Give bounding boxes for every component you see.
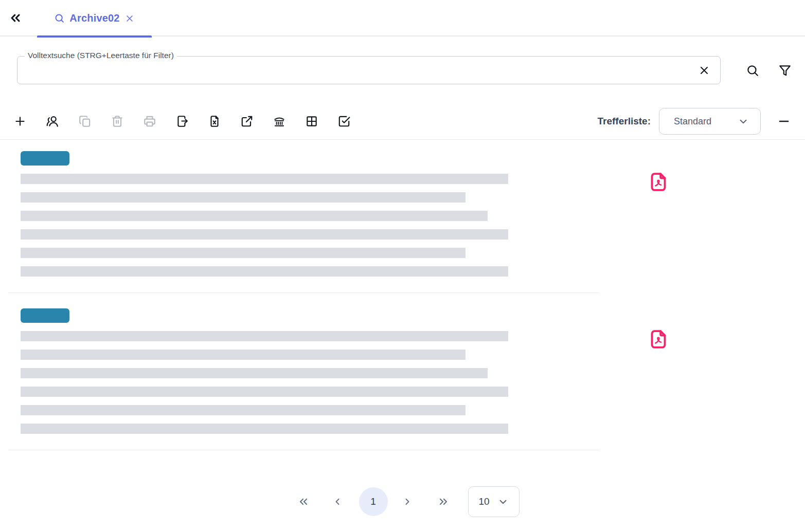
print-button [143,115,156,128]
close-icon [698,64,710,77]
share-users-button[interactable] [46,115,59,128]
search-submit-button[interactable] [746,64,759,77]
results-list [0,140,805,450]
filter-button[interactable] [778,64,792,77]
chevrons-left-icon [297,496,310,508]
page-size-value: 10 [478,496,489,507]
result-skeleton-bars [21,174,805,277]
search-section: Volltextsuche (STRG+Leertaste für Filter… [0,36,805,93]
file-x-icon [208,115,221,128]
chevron-down-icon [497,496,509,507]
hit-list-label: Trefferliste: [598,116,651,127]
toolbar-actions [13,115,351,128]
last-page-button[interactable] [437,496,450,508]
table-view-button[interactable] [305,115,318,128]
search-icon [746,64,759,77]
pagination: 1 10 [0,486,805,517]
minus-icon [777,115,791,128]
results-toolbar: Trefferliste: Standard [0,93,805,140]
chevron-down-icon [738,116,749,127]
export-file-button[interactable] [175,115,189,128]
search-icon [54,13,65,24]
trash-icon [111,115,124,128]
archive-button[interactable] [273,115,286,128]
skeleton-text-bar [21,350,466,360]
search-input[interactable] [25,61,688,79]
bank-icon [273,115,286,128]
skeleton-text-bar [21,368,488,378]
skeleton-text-bar [21,331,508,341]
skeleton-text-bar [21,211,488,221]
clear-search-button[interactable] [698,64,710,77]
chevron-left-icon [332,497,345,507]
check-square-icon [337,115,351,128]
skeleton-text-bar [21,424,508,434]
current-page-button[interactable]: 1 [359,487,388,516]
copy-icon [78,115,92,128]
printer-icon [143,115,156,128]
skeleton-text-bar [21,229,508,240]
users-icon [46,115,59,128]
tab-archive02[interactable]: Archive02 [37,0,152,36]
copy-button [78,115,92,128]
export-spreadsheet-button[interactable] [208,115,221,128]
chevrons-left-icon [8,11,23,25]
result-type-badge [21,151,69,166]
grid-icon [305,115,318,128]
tab-label: Archive02 [69,12,119,24]
open-in-new-button[interactable] [240,115,254,128]
pdf-file-icon[interactable] [648,172,669,192]
tab-close-icon[interactable] [124,13,135,24]
result-item[interactable] [0,293,805,450]
chevrons-right-icon [437,496,450,508]
skeleton-text-bar [21,266,508,277]
multi-select-button[interactable] [337,115,351,128]
external-link-icon [240,115,254,128]
result-item[interactable] [0,140,805,293]
delete-button [111,115,124,128]
first-page-button[interactable] [297,496,310,508]
hit-list-selected-value: Standard [659,116,738,127]
skeleton-text-bar [21,192,466,203]
skeleton-text-bar [21,387,508,397]
search-field-label: Volltextsuche (STRG+Leertaste für Filter… [25,51,177,60]
hit-list-select[interactable]: Standard [659,108,761,135]
file-export-icon [175,115,189,128]
result-type-badge [21,308,69,323]
skeleton-text-bar [21,248,466,258]
fulltext-search-field[interactable]: Volltextsuche (STRG+Leertaste für Filter… [17,56,721,84]
funnel-icon [778,64,792,77]
header-tab-bar: Archive02 [0,0,805,36]
plus-icon [13,115,27,128]
prev-page-button[interactable] [332,496,345,508]
collapse-sidebar-button[interactable] [8,11,23,25]
next-page-button[interactable] [402,496,415,508]
pdf-file-icon[interactable] [648,329,669,350]
hit-list-controls: Trefferliste: Standard [598,108,791,135]
collapse-results-button[interactable] [777,115,791,128]
result-skeleton-bars [21,331,805,434]
page-size-select[interactable]: 10 [468,486,520,517]
chevron-right-icon [402,497,415,507]
skeleton-text-bar [21,405,466,415]
add-button[interactable] [13,115,27,128]
skeleton-text-bar [21,174,508,184]
